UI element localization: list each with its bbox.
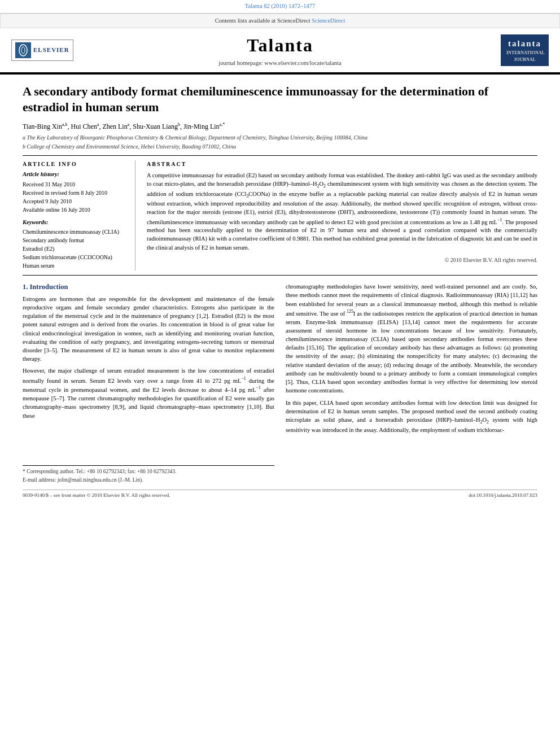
keyword-1: Chemiluminescence immunoassay (CLIA) <box>23 228 127 236</box>
footer-issn: 0039-9140/$ – see front matter © 2010 El… <box>23 492 170 499</box>
years-text: years <box>356 301 368 307</box>
footnote-corresponding: * Corresponding author. Tel.: +86 10 627… <box>23 468 274 475</box>
available-date: Available online 16 July 2010 <box>23 206 127 214</box>
copyright-line: © 2010 Elsevier B.V. All rights reserved… <box>147 256 537 264</box>
keyword-3: Estradiol (E2) <box>23 245 127 253</box>
keyword-4: Sodium trichloroacetate (CCl3COONa) <box>23 254 127 261</box>
talanta-logo: talanta INTERNATIONAL JOURNAL <box>501 34 549 65</box>
sciencedirect-link[interactable]: ScienceDirect <box>312 18 345 24</box>
history-heading: Article history: <box>23 171 127 179</box>
journal-header-center: Talanta journal homepage: www.elsevier.c… <box>73 33 487 67</box>
talanta-logo-area: talanta INTERNATIONAL JOURNAL <box>487 34 549 65</box>
section1-para1: Estrogens are hormones that are responsi… <box>23 295 274 364</box>
section1-right-para1: chromatography methodologies have lower … <box>286 282 537 395</box>
authors-line: Tian-Bing Xina,b, Hui Chena, Zhen Lina, … <box>23 121 537 132</box>
keyword-2: Secondary antibody format <box>23 237 127 244</box>
contents-label: Contents lists available at ScienceDirec… <box>215 18 310 24</box>
journal-title: Talanta <box>73 33 487 58</box>
accepted-date: Accepted 9 July 2010 <box>23 198 127 206</box>
affiliation-b: b College of Chemistry and Environmental… <box>23 143 537 151</box>
elsevier-icon <box>15 42 31 58</box>
article-info-heading: ARTICLE INFO <box>23 160 127 168</box>
elsevier-logo-area: ELSEVIER <box>11 40 73 61</box>
abstract-text: A competitive immunoassay for estradiol … <box>147 171 537 252</box>
keyword-5: Human serum <box>23 262 127 270</box>
section1-title: 1. Introduction <box>23 282 274 292</box>
journal-homepage: journal homepage: www.elsevier.com/locat… <box>73 59 487 68</box>
section1-para2: However, the major challenge of serum es… <box>23 366 274 420</box>
article-title: A secondary antibody format chemilumines… <box>23 84 537 116</box>
elsevier-text: ELSEVIER <box>33 46 69 54</box>
received-date: Received 31 May 2010 <box>23 181 127 189</box>
doi-bar: Talanta 82 (2010) 1472–1477 <box>245 3 315 9</box>
footer-doi: doi:10.1016/j.talanta.2010.07.023 <box>469 492 537 499</box>
abstract-heading: ABSTRACT <box>147 160 537 168</box>
revised-date: Received in revised form 8 July 2010 <box>23 189 127 197</box>
footnote-email: E-mail address: jolin@mail.tsinghua.edu.… <box>23 477 274 484</box>
section1-right-para2: In this paper, CLIA based upon secondary… <box>286 399 537 434</box>
keywords-heading: Keywords: <box>23 219 127 227</box>
affiliation-a: a The Key Laboratory of Bioorganic Phosp… <box>23 134 537 142</box>
